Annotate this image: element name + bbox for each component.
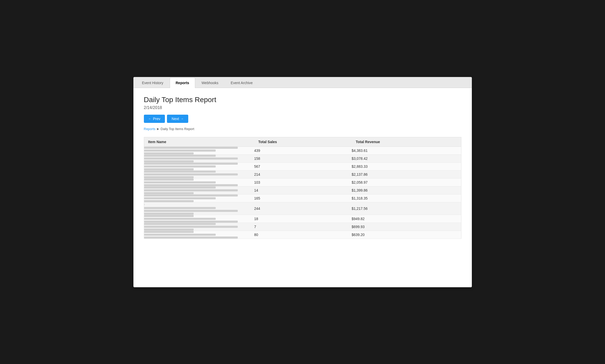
total-sales-cell: 103 [254,178,352,186]
total-sales-cell: 439 [254,146,352,154]
page-date: 2/14/2018 [144,105,461,110]
total-revenue-cell: $699.93 [352,223,461,231]
breadcrumb-parent-link[interactable]: Reports [144,127,156,131]
item-name-bar [144,215,194,217]
item-name-bar [144,186,216,189]
item-name-bar [144,181,216,183]
total-revenue-cell: $1,217.56 [352,202,461,215]
table-row: 103$2,058.97 [144,178,461,186]
item-name-bar [144,150,216,152]
prev-arrow-icon: ← [148,117,152,121]
main-window: Event History Reports Webhooks Event Arc… [133,77,472,287]
item-name-cell [144,215,254,223]
item-name-bar [144,207,216,209]
item-name-cell [144,162,254,170]
table-row: -244$1,217.56 [144,202,461,215]
item-name-bar [144,168,194,170]
item-name-cell [144,194,254,202]
total-sales-cell: 214 [254,170,352,178]
item-name-bar [144,218,216,220]
breadcrumb-current: Daily Top Items Report [161,127,194,131]
item-name-bar [144,210,238,212]
item-name-cell [144,186,254,194]
table-row: 18$949.82 [144,215,461,223]
item-name-bar [144,155,216,157]
total-sales-cell: 80 [254,231,352,239]
col-item-name: Item Name [144,137,254,146]
item-name-cell [144,231,254,239]
item-name-bar [144,200,194,202]
total-revenue-cell: $3,078.42 [352,154,461,162]
item-name-bar [144,231,194,233]
total-sales-cell: 14 [254,186,352,194]
item-name-bar [144,213,194,215]
col-total-sales: Total Sales [254,137,352,146]
item-name-bar [144,176,194,178]
table-row: 158$3,078.42 [144,154,461,162]
table-header-row: Item Name Total Sales Total Revenue [144,137,461,146]
tab-reports[interactable]: Reports [170,77,195,88]
item-name-bar [144,147,238,149]
item-name-bar [144,163,238,165]
table-row: 567$2,883.33 [144,162,461,170]
report-table: Item Name Total Sales Total Revenue 439$… [144,137,461,239]
item-name-bar [144,160,194,162]
item-name-bar [144,179,194,181]
total-sales-cell: 165 [254,194,352,202]
breadcrumb: Reports ▶ Daily Top Items Report [144,127,461,131]
item-name-bar [144,237,238,239]
table-row: 214$2,137.86 [144,170,461,178]
tab-webhooks[interactable]: Webhooks [196,77,224,88]
table-row: 7$699.93 [144,223,461,231]
total-sales-cell: 18 [254,215,352,223]
item-name-bar [144,173,238,175]
page-title: Daily Top Items Report [144,96,461,104]
table-row: 165$1,318.35 [144,194,461,202]
item-name-cell: - [144,202,254,215]
tab-event-archive[interactable]: Event Archive [225,77,259,88]
item-name-bar [144,194,238,196]
tab-event-history[interactable]: Event History [136,77,169,88]
item-name-bar [144,229,194,231]
total-revenue-cell: $2,058.97 [352,178,461,186]
total-revenue-cell: $949.82 [352,215,461,223]
table-row: 439$4,383.61 [144,146,461,154]
item-name-bar [144,226,238,228]
item-name-bar [144,192,194,194]
item-name-bar [144,158,238,160]
nav-buttons: ← Prev Next → [144,115,461,123]
item-name-bar [144,223,216,225]
total-sales-cell: 244 [254,202,352,215]
table-row: 80$639.20 [144,231,461,239]
total-revenue-cell: $1,399.86 [352,186,461,194]
item-name-bar [144,165,216,168]
item-name-bar [144,189,238,191]
total-revenue-cell: $1,318.35 [352,194,461,202]
item-name-bar [144,184,238,186]
total-revenue-cell: $2,137.86 [352,170,461,178]
item-name-cell [144,223,254,231]
table-row: 14$1,399.86 [144,186,461,194]
total-sales-cell: 567 [254,162,352,170]
breadcrumb-separator: ▶ [157,127,159,131]
item-name-cell [144,178,254,186]
total-sales-cell: 7 [254,223,352,231]
next-arrow-icon: → [181,117,184,121]
item-name-cell [144,170,254,178]
item-name-bar [144,197,216,199]
next-button[interactable]: Next → [167,115,188,123]
main-content: Daily Top Items Report 2/14/2018 ← Prev … [134,88,472,244]
prev-button[interactable]: ← Prev [144,115,165,123]
total-revenue-cell: $4,383.61 [352,146,461,154]
total-revenue-cell: $639.20 [352,231,461,239]
total-sales-cell: 158 [254,154,352,162]
item-name-bar [144,152,194,154]
item-name-bar [144,171,216,173]
item-name-bar [144,221,238,223]
total-revenue-cell: $2,883.33 [352,162,461,170]
tab-bar: Event History Reports Webhooks Event Arc… [134,77,472,88]
item-name-cell [144,154,254,162]
col-total-revenue: Total Revenue [352,137,461,146]
item-name-bar [144,234,216,236]
item-name-cell [144,146,254,154]
